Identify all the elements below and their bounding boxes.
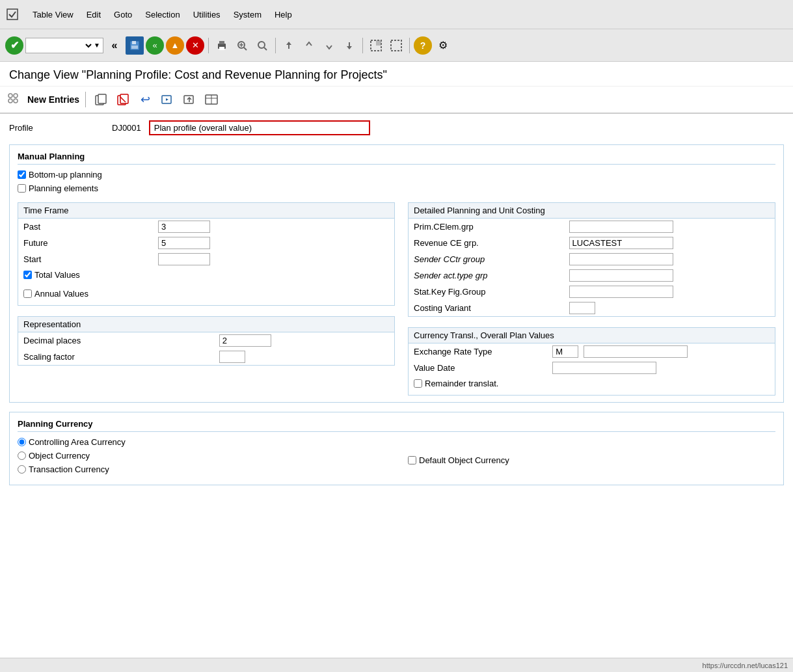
table-row: Stat.Key Fig.Group [409, 284, 775, 300]
sub-toolbar: New Entries ↩ [0, 87, 793, 114]
menu-edit[interactable]: Edit [81, 7, 106, 22]
prim-celem-grp-input[interactable] [569, 221, 673, 233]
start-value-cell [153, 251, 394, 267]
table-row: Start [18, 251, 394, 267]
svg-point-19 [14, 94, 18, 98]
past-input[interactable] [158, 221, 210, 233]
currency-transl-title: Currency Transl., Overall Plan Values [409, 328, 775, 343]
prim-celem-grp-cell [564, 219, 775, 235]
costing-variant-input[interactable] [569, 302, 595, 314]
up-button[interactable]: ▲ [166, 36, 184, 55]
menu-help[interactable]: Help [269, 7, 297, 22]
transaction-currency-radio[interactable] [18, 465, 26, 474]
decimal-places-label: Decimal places [18, 332, 214, 349]
future-input[interactable] [158, 237, 210, 249]
toolbar-dropdown[interactable]: ▼ [25, 38, 103, 53]
delete-rows-button[interactable] [114, 90, 132, 109]
find-button[interactable] [233, 36, 251, 55]
detailed-planning-table: Prim.CElem.grp Revenue CE grp. Sender CC… [409, 219, 775, 316]
find-next-button[interactable] [253, 36, 271, 55]
time-frame-title: Time Frame [18, 203, 394, 219]
upload-button[interactable] [180, 90, 198, 109]
stat-key-fig-input[interactable] [569, 286, 673, 298]
table-row: Prim.CElem.grp [409, 219, 775, 235]
total-values-checkbox[interactable] [23, 271, 32, 279]
value-date-label: Value Date [409, 360, 547, 376]
value-date-input[interactable] [552, 362, 656, 374]
table-row: Revenue CE grp. [409, 235, 775, 251]
bottom-up-label: Bottom-up planning [29, 170, 102, 180]
default-object-currency-checkbox[interactable] [408, 456, 416, 464]
value-date-cell [547, 360, 775, 376]
remainder-translat-checkbox[interactable] [414, 379, 422, 388]
menu-bar: Table View Edit Goto Selection Utilities… [0, 0, 793, 29]
up-prev-button[interactable] [300, 36, 318, 55]
start-label: Start [18, 251, 153, 267]
stat-key-fig-label: Stat.Key Fig.Group [409, 284, 564, 300]
menu-utilities[interactable]: Utilities [188, 7, 226, 22]
default-object-currency-label: Default Object Currency [419, 455, 509, 465]
table-row: Costing Variant [409, 300, 775, 316]
sender-cctr-input[interactable] [569, 253, 673, 265]
copy-rows-button[interactable] [92, 90, 110, 109]
revenue-ce-grp-label: Revenue CE grp. [409, 235, 564, 251]
undo-button[interactable]: ↩ [136, 90, 154, 109]
manual-planning-title: Manual Planning [18, 152, 775, 165]
help-button[interactable]: ? [414, 36, 432, 55]
planning-elements-label: Planning elements [29, 183, 98, 193]
representation-section: Representation Decimal places Scaling fa… [18, 316, 395, 366]
prim-celem-grp-label: Prim.CElem.grp [409, 219, 564, 235]
planning-elements-row: Planning elements [18, 183, 775, 193]
select-all-button[interactable] [367, 36, 385, 55]
exchange-rate-desc-input[interactable] [584, 345, 688, 358]
exchange-rate-cell [547, 343, 775, 360]
start-input[interactable] [158, 253, 210, 265]
back-button[interactable]: « [146, 36, 164, 55]
decimal-places-input[interactable] [219, 334, 271, 347]
costing-variant-cell [564, 300, 775, 316]
revenue-ce-grp-input[interactable] [569, 237, 673, 249]
svg-rect-16 [376, 40, 381, 46]
svg-rect-2 [132, 41, 136, 44]
exchange-rate-input[interactable] [552, 345, 578, 358]
table-row: Decimal places [18, 332, 394, 349]
svg-point-11 [258, 42, 265, 48]
scaling-factor-input[interactable] [219, 351, 245, 363]
save-button[interactable] [126, 36, 144, 55]
print-button[interactable] [213, 36, 231, 55]
bottom-up-checkbox[interactable] [18, 170, 26, 179]
planning-currency-title: Planning Currency [18, 419, 775, 432]
profile-input[interactable] [149, 120, 370, 135]
representation-title: Representation [18, 317, 394, 332]
cancel-button[interactable]: ✕ [186, 36, 204, 55]
svg-rect-5 [219, 41, 224, 44]
check-button[interactable]: ✔ [5, 36, 23, 55]
up-first-button[interactable] [280, 36, 298, 55]
decimal-places-cell [214, 332, 394, 349]
deselect-button[interactable] [387, 36, 405, 55]
menu-goto[interactable]: Goto [109, 7, 137, 22]
currency-left-col: Controlling Area Currency Object Currenc… [18, 437, 395, 478]
total-values-row: Total Values [18, 267, 394, 282]
annual-values-label: Annual Values [34, 289, 88, 299]
first-page-button[interactable]: « [105, 36, 124, 55]
down-last-button[interactable] [340, 36, 358, 55]
annual-values-checkbox[interactable] [23, 289, 32, 298]
toolbar-select[interactable] [29, 40, 94, 51]
object-currency-radio[interactable] [18, 451, 26, 460]
planning-elements-checkbox[interactable] [18, 184, 26, 193]
table-row: Value Date [409, 360, 775, 376]
transport-button[interactable] [158, 90, 176, 109]
sender-act-input[interactable] [569, 269, 673, 282]
page-title: Change View "Planning Profile: Cost and … [0, 62, 793, 87]
future-label: Future [18, 235, 153, 251]
status-bar: https://urccdn.net/lucas121 [0, 658, 793, 672]
table-settings-button[interactable] [202, 90, 221, 109]
menu-system[interactable]: System [228, 7, 267, 22]
controlling-area-radio[interactable] [18, 438, 26, 446]
settings-button[interactable]: ⚙ [434, 36, 452, 55]
down-next-button[interactable] [320, 36, 338, 55]
menu-tableview[interactable]: Table View [27, 7, 79, 22]
costing-variant-label: Costing Variant [409, 300, 564, 316]
menu-selection[interactable]: Selection [140, 7, 185, 22]
